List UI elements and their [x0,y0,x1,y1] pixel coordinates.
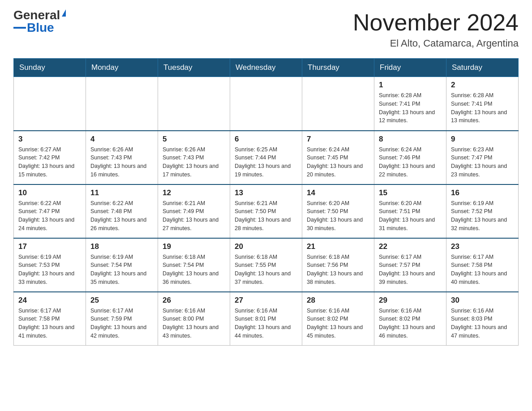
day-number: 26 [163,296,225,305]
calendar-cell: 17Sunrise: 6:19 AM Sunset: 7:53 PM Dayli… [14,238,86,292]
day-number: 29 [379,296,442,305]
day-number: 7 [307,135,369,144]
calendar-cell: 26Sunrise: 6:16 AM Sunset: 8:00 PM Dayli… [158,292,230,346]
day-info: Sunrise: 6:18 AM Sunset: 7:54 PM Dayligh… [163,253,225,287]
calendar-cell [302,77,374,131]
calendar-week-row: 1Sunrise: 6:28 AM Sunset: 7:41 PM Daylig… [14,77,519,131]
day-number: 21 [307,242,369,251]
day-info: Sunrise: 6:24 AM Sunset: 7:45 PM Dayligh… [307,146,369,179]
day-info: Sunrise: 6:21 AM Sunset: 7:49 PM Dayligh… [163,199,225,233]
day-info: Sunrise: 6:16 AM Sunset: 8:02 PM Dayligh… [379,307,442,340]
day-info: Sunrise: 6:18 AM Sunset: 7:55 PM Dayligh… [235,253,297,287]
day-info: Sunrise: 6:24 AM Sunset: 7:46 PM Dayligh… [379,146,442,179]
calendar-cell: 18Sunrise: 6:19 AM Sunset: 7:54 PM Dayli… [86,238,158,292]
day-info: Sunrise: 6:22 AM Sunset: 7:47 PM Dayligh… [18,199,81,233]
header: General Blue November 2024 El Alto, Cata… [13,9,519,49]
calendar-cell: 16Sunrise: 6:19 AM Sunset: 7:52 PM Dayli… [446,184,519,238]
day-header-monday: Monday [86,59,158,77]
day-info: Sunrise: 6:16 AM Sunset: 8:01 PM Dayligh… [235,307,297,340]
day-number: 12 [163,188,225,197]
location-title: El Alto, Catamarca, Argentina [353,38,519,49]
day-header-sunday: Sunday [14,59,86,77]
day-info: Sunrise: 6:25 AM Sunset: 7:44 PM Dayligh… [235,146,297,179]
day-number: 10 [18,188,81,197]
day-info: Sunrise: 6:27 AM Sunset: 7:42 PM Dayligh… [18,146,81,179]
day-number: 13 [235,188,297,197]
logo: General Blue [13,9,66,34]
day-number: 27 [235,296,297,305]
calendar-cell: 1Sunrise: 6:28 AM Sunset: 7:41 PM Daylig… [374,77,446,131]
calendar-cell [14,77,86,131]
day-number: 11 [90,188,153,197]
day-info: Sunrise: 6:19 AM Sunset: 7:54 PM Dayligh… [90,253,153,287]
calendar-cell: 12Sunrise: 6:21 AM Sunset: 7:49 PM Dayli… [158,184,230,238]
day-number: 24 [18,296,81,305]
day-header-saturday: Saturday [446,59,519,77]
calendar-cell: 7Sunrise: 6:24 AM Sunset: 7:45 PM Daylig… [302,131,374,184]
calendar-cell [230,77,302,131]
calendar-cell: 25Sunrise: 6:17 AM Sunset: 7:59 PM Dayli… [86,292,158,346]
calendar-table: SundayMondayTuesdayWednesdayThursdayFrid… [13,58,519,346]
month-title: November 2024 [353,9,519,36]
calendar-cell: 2Sunrise: 6:28 AM Sunset: 7:41 PM Daylig… [446,77,519,131]
day-info: Sunrise: 6:28 AM Sunset: 7:41 PM Dayligh… [379,91,442,125]
day-info: Sunrise: 6:19 AM Sunset: 7:52 PM Dayligh… [451,199,514,233]
calendar-cell: 8Sunrise: 6:24 AM Sunset: 7:46 PM Daylig… [374,131,446,184]
day-number: 8 [379,135,442,144]
day-info: Sunrise: 6:17 AM Sunset: 7:57 PM Dayligh… [379,253,442,287]
day-number: 23 [451,242,514,251]
day-number: 25 [90,296,153,305]
calendar-cell: 28Sunrise: 6:16 AM Sunset: 8:02 PM Dayli… [302,292,374,346]
calendar-cell: 22Sunrise: 6:17 AM Sunset: 7:57 PM Dayli… [374,238,446,292]
day-info: Sunrise: 6:26 AM Sunset: 7:43 PM Dayligh… [163,146,225,179]
calendar-cell: 11Sunrise: 6:22 AM Sunset: 7:48 PM Dayli… [86,184,158,238]
calendar-week-row: 24Sunrise: 6:17 AM Sunset: 7:58 PM Dayli… [14,292,519,346]
day-info: Sunrise: 6:17 AM Sunset: 7:58 PM Dayligh… [451,253,514,287]
day-number: 9 [451,135,514,144]
calendar-cell: 19Sunrise: 6:18 AM Sunset: 7:54 PM Dayli… [158,238,230,292]
day-info: Sunrise: 6:28 AM Sunset: 7:41 PM Dayligh… [451,91,514,125]
days-header-row: SundayMondayTuesdayWednesdayThursdayFrid… [14,59,519,77]
day-header-wednesday: Wednesday [230,59,302,77]
day-number: 15 [379,188,442,197]
calendar-cell: 27Sunrise: 6:16 AM Sunset: 8:01 PM Dayli… [230,292,302,346]
day-number: 30 [451,296,514,305]
calendar-cell: 10Sunrise: 6:22 AM Sunset: 7:47 PM Dayli… [14,184,86,238]
day-info: Sunrise: 6:20 AM Sunset: 7:51 PM Dayligh… [379,199,442,233]
calendar-cell: 15Sunrise: 6:20 AM Sunset: 7:51 PM Dayli… [374,184,446,238]
logo-general-text: General [13,9,60,21]
day-number: 5 [163,135,225,144]
day-number: 4 [90,135,153,144]
day-number: 3 [18,135,81,144]
calendar-week-row: 3Sunrise: 6:27 AM Sunset: 7:42 PM Daylig… [14,131,519,184]
calendar-cell: 4Sunrise: 6:26 AM Sunset: 7:43 PM Daylig… [86,131,158,184]
calendar-cell: 23Sunrise: 6:17 AM Sunset: 7:58 PM Dayli… [446,238,519,292]
day-info: Sunrise: 6:23 AM Sunset: 7:47 PM Dayligh… [451,146,514,179]
logo-underline [13,27,26,29]
day-header-tuesday: Tuesday [158,59,230,77]
calendar-cell [158,77,230,131]
day-number: 22 [379,242,442,251]
day-info: Sunrise: 6:22 AM Sunset: 7:48 PM Dayligh… [90,199,153,233]
day-number: 28 [307,296,369,305]
day-info: Sunrise: 6:17 AM Sunset: 7:59 PM Dayligh… [90,307,153,340]
day-number: 20 [235,242,297,251]
day-number: 1 [379,81,442,90]
title-section: November 2024 El Alto, Catamarca, Argent… [353,9,519,49]
day-info: Sunrise: 6:20 AM Sunset: 7:50 PM Dayligh… [307,199,369,233]
day-number: 19 [163,242,225,251]
day-info: Sunrise: 6:19 AM Sunset: 7:53 PM Dayligh… [18,253,81,287]
day-number: 14 [307,188,369,197]
day-info: Sunrise: 6:21 AM Sunset: 7:50 PM Dayligh… [235,199,297,233]
day-info: Sunrise: 6:16 AM Sunset: 8:02 PM Dayligh… [307,307,369,340]
day-info: Sunrise: 6:26 AM Sunset: 7:43 PM Dayligh… [90,146,153,179]
calendar-cell: 20Sunrise: 6:18 AM Sunset: 7:55 PM Dayli… [230,238,302,292]
calendar-cell: 29Sunrise: 6:16 AM Sunset: 8:02 PM Dayli… [374,292,446,346]
day-info: Sunrise: 6:17 AM Sunset: 7:58 PM Dayligh… [18,307,81,340]
logo-blue-text: Blue [27,21,54,34]
logo-triangle-icon [62,9,66,17]
calendar-cell: 5Sunrise: 6:26 AM Sunset: 7:43 PM Daylig… [158,131,230,184]
calendar-cell: 24Sunrise: 6:17 AM Sunset: 7:58 PM Dayli… [14,292,86,346]
day-number: 6 [235,135,297,144]
day-info: Sunrise: 6:18 AM Sunset: 7:56 PM Dayligh… [307,253,369,287]
